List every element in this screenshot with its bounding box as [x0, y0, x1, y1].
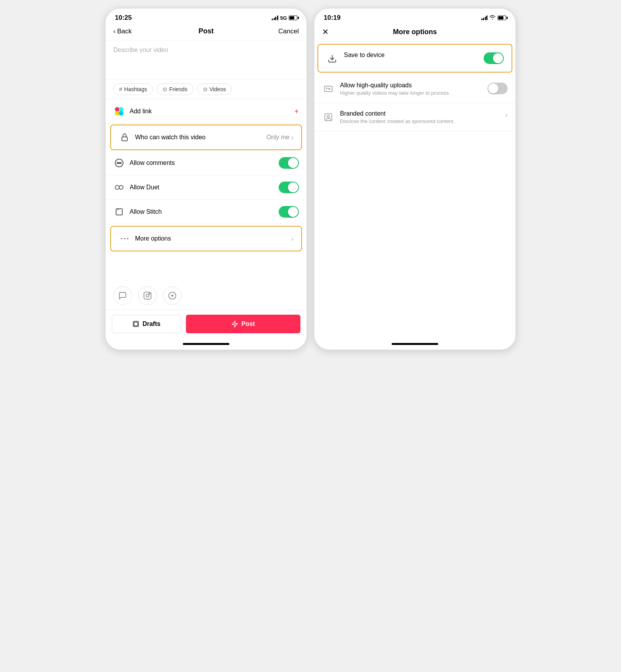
svg-point-17 — [146, 294, 149, 297]
back-chevron-icon: ‹ — [113, 28, 116, 35]
save-to-device-highlight: Save to device — [317, 44, 512, 73]
close-button[interactable]: ✕ — [322, 27, 338, 36]
hashtags-label: Hashtags — [124, 86, 147, 92]
post-button[interactable]: Post — [186, 315, 300, 333]
post-title: Post — [144, 27, 268, 35]
stitch-icon — [113, 206, 125, 218]
svg-point-13 — [121, 238, 122, 239]
action-icons-row — [106, 283, 307, 310]
high-quality-icon — [322, 83, 335, 95]
branded-content-label: Branded content — [340, 110, 501, 117]
high-quality-label: Allow high-quality uploads — [340, 82, 484, 89]
left-nav-bar: ‹ Back Post Cancel — [106, 24, 307, 40]
branded-content-chevron-icon: › — [505, 111, 508, 119]
save-device-content: Save to device — [344, 52, 480, 60]
home-bar — [183, 343, 229, 345]
save-to-device-item[interactable]: Save to device — [318, 45, 512, 72]
left-status-bar: 10:25 5G — [106, 9, 307, 24]
friends-label: Friends — [169, 86, 187, 92]
save-device-label: Save to device — [344, 52, 480, 59]
tags-row: # Hashtags ⊙ Friends ⊙ Videos — [106, 79, 307, 99]
left-phone: 10:25 5G ‹ Back Post Cancel — [105, 8, 307, 350]
svg-rect-11 — [116, 209, 122, 215]
lock-icon — [119, 132, 130, 143]
drafts-button[interactable]: Drafts — [112, 315, 181, 333]
save-device-toggle[interactable] — [484, 52, 504, 64]
network-label: 5G — [280, 15, 287, 21]
add-link-plus-icon: + — [294, 107, 299, 116]
svg-point-10 — [119, 185, 123, 189]
svg-point-3 — [119, 111, 123, 116]
branded-content-item[interactable]: Branded content Disclose the content cre… — [314, 103, 515, 132]
duet-icon — [113, 182, 125, 193]
back-label: Back — [117, 28, 132, 35]
right-battery-icon — [498, 16, 506, 20]
allow-comments-toggle[interactable] — [279, 157, 299, 169]
allow-stitch-label: Allow Stitch — [130, 208, 279, 215]
allow-stitch-item[interactable]: Allow Stitch — [106, 200, 307, 224]
save-device-icon — [326, 52, 338, 65]
battery-icon — [289, 16, 297, 20]
videos-tag[interactable]: ⊙ Videos — [197, 83, 232, 95]
high-quality-toggle-container — [487, 83, 508, 94]
wifi-icon — [489, 15, 496, 21]
svg-marker-24 — [232, 321, 238, 327]
branded-content-subtitle: Disclose the content created as sponsore… — [340, 118, 501, 124]
svg-point-8 — [120, 163, 121, 164]
allow-comments-item[interactable]: Allow comments — [106, 151, 307, 175]
svg-point-9 — [115, 185, 119, 189]
right-home-bar — [392, 343, 438, 345]
right-status-right — [481, 15, 507, 21]
svg-point-15 — [127, 238, 128, 239]
allow-duet-toggle[interactable] — [279, 182, 299, 193]
bottom-bar: Drafts Post — [106, 310, 307, 338]
who-can-watch-item[interactable]: Who can watch this video Only me › — [111, 125, 301, 149]
message-circle-button[interactable] — [113, 286, 132, 305]
comments-icon — [113, 157, 125, 169]
who-can-watch-chevron-icon: › — [291, 133, 293, 142]
drafts-label: Drafts — [142, 320, 160, 327]
branded-content-chevron-container: › — [505, 111, 508, 119]
add-circle-button[interactable] — [163, 286, 182, 305]
svg-point-28 — [327, 115, 330, 118]
hashtags-tag[interactable]: # Hashtags — [113, 83, 153, 95]
high-quality-content: Allow high-quality uploads Higher qualit… — [340, 82, 484, 96]
svg-rect-4 — [122, 137, 127, 141]
more-options-item[interactable]: More options › — [111, 227, 301, 251]
svg-point-6 — [117, 163, 118, 164]
left-home-indicator — [106, 338, 307, 350]
videos-label: Videos — [210, 86, 226, 92]
more-options-chevron-icon: › — [291, 235, 293, 243]
allow-duet-item[interactable]: Allow Duet — [106, 175, 307, 200]
allow-comments-label: Allow comments — [130, 159, 279, 166]
save-device-toggle-container — [484, 52, 504, 64]
who-can-watch-highlight: Who can watch this video Only me › — [110, 125, 302, 150]
videos-symbol: ⊙ — [203, 86, 208, 92]
describe-input[interactable]: Describe your video — [106, 40, 307, 79]
high-quality-item[interactable]: Allow high-quality uploads Higher qualit… — [314, 75, 515, 103]
right-signal-bars-icon — [481, 16, 488, 20]
instagram-circle-button[interactable] — [138, 286, 157, 305]
signal-bars-icon — [272, 16, 278, 20]
more-options-title: More options — [338, 28, 492, 36]
cancel-button[interactable]: Cancel — [268, 28, 299, 35]
branded-content-icon — [322, 111, 335, 123]
hashtag-symbol: # — [119, 86, 122, 92]
color-dots-icon — [113, 106, 125, 117]
friends-tag[interactable]: ⊙ Friends — [157, 83, 193, 95]
who-can-watch-value: Only me — [266, 134, 290, 141]
more-options-dots-icon — [119, 233, 130, 244]
back-button[interactable]: ‹ Back — [113, 28, 144, 35]
bottom-buttons: Drafts Post — [112, 315, 300, 333]
high-quality-toggle[interactable] — [487, 83, 508, 94]
svg-point-18 — [149, 293, 150, 294]
right-phone: 10:19 — [314, 8, 516, 350]
allow-stitch-toggle[interactable] — [279, 206, 299, 218]
right-home-indicator — [314, 338, 515, 350]
friends-symbol: ⊙ — [163, 86, 167, 92]
add-link-item[interactable]: Add link + — [106, 99, 307, 124]
allow-duet-label: Allow Duet — [130, 184, 279, 191]
add-link-label: Add link — [130, 108, 294, 115]
post-label: Post — [241, 320, 255, 327]
high-quality-subtitle: Higher quality videos may take longer to… — [340, 90, 484, 96]
